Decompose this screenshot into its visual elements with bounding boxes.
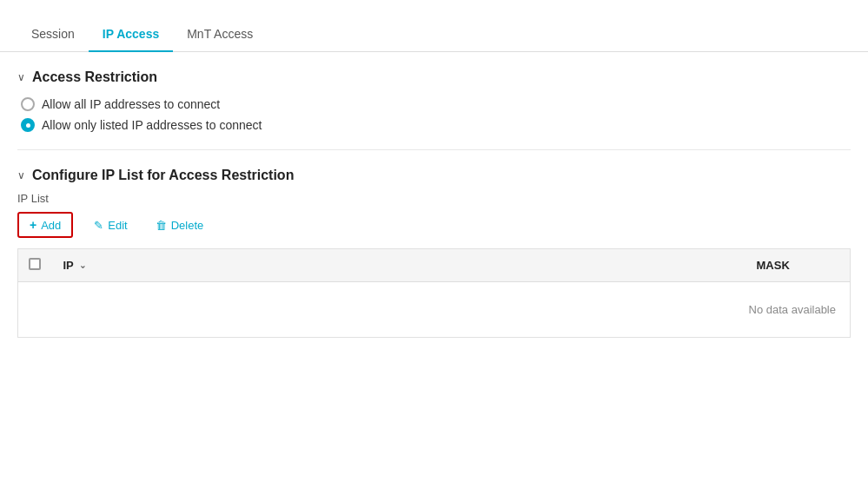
radio-circle-listed[interactable] (21, 118, 35, 132)
delete-trash-icon: 🗑 (156, 219, 167, 232)
add-button[interactable]: + Add (17, 212, 73, 238)
radio-group: Allow all IP addresses to connect Allow … (17, 97, 851, 132)
radio-allow-listed[interactable]: Allow only listed IP addresses to connec… (21, 118, 851, 132)
access-restriction-header[interactable]: ∨ Access Restriction (17, 69, 851, 85)
tab-mnt-access[interactable]: MnT Access (173, 27, 267, 51)
access-restriction-title: Access Restriction (32, 69, 157, 85)
tabs-bar: Session IP Access MnT Access (0, 0, 868, 52)
edit-label: Edit (108, 219, 127, 232)
col-header-ip[interactable]: IP ⌄ (53, 249, 746, 282)
edit-pencil-icon: ✎ (94, 219, 103, 232)
radio-label-all: Allow all IP addresses to connect (42, 97, 220, 111)
ip-list-label: IP List (17, 192, 851, 205)
delete-label: Delete (171, 219, 204, 232)
toolbar: + Add ✎ Edit 🗑 Delete (17, 212, 851, 238)
table-body: No data available (18, 282, 851, 338)
plus-icon: + (30, 218, 36, 232)
table-header-row: IP ⌄ MASK (18, 249, 851, 282)
radio-circle-all[interactable] (21, 97, 35, 111)
radio-label-listed: Allow only listed IP addresses to connec… (42, 118, 262, 132)
col-mask-label: MASK (757, 259, 790, 272)
ip-list-section: ∨ Configure IP List for Access Restricti… (17, 150, 851, 355)
sort-icon[interactable]: ⌄ (79, 260, 86, 270)
tab-ip-access[interactable]: IP Access (89, 27, 173, 51)
radio-allow-all[interactable]: Allow all IP addresses to connect (21, 97, 851, 111)
col-header-mask[interactable]: MASK (746, 249, 851, 282)
chevron-down-icon: ∨ (17, 71, 25, 83)
ip-list-section-header[interactable]: ∨ Configure IP List for Access Restricti… (17, 168, 851, 183)
access-restriction-section: ∨ Access Restriction Allow all IP addres… (17, 52, 851, 150)
ip-table: IP ⌄ MASK No data available (17, 248, 851, 338)
chevron-down-icon-2: ∨ (17, 169, 25, 181)
add-label: Add (41, 219, 61, 232)
empty-state-row: No data available (18, 282, 851, 338)
col-ip-label: IP (63, 259, 74, 272)
empty-state-message: No data available (18, 282, 851, 338)
edit-button[interactable]: ✎ Edit (87, 214, 134, 236)
header-checkbox[interactable] (29, 258, 41, 270)
ip-list-section-title: Configure IP List for Access Restriction (32, 168, 294, 183)
tab-session[interactable]: Session (17, 27, 89, 51)
main-content: ∨ Access Restriction Allow all IP addres… (0, 52, 868, 355)
col-header-checkbox[interactable] (18, 249, 53, 282)
delete-button[interactable]: 🗑 Delete (149, 214, 211, 236)
